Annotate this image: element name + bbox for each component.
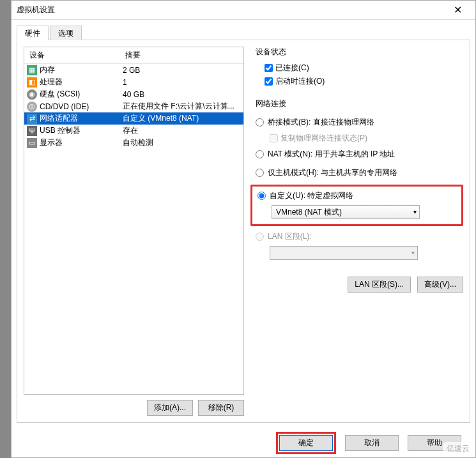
bridged-radio[interactable]: 桥接模式(B): 直接连接物理网络: [256, 117, 463, 128]
device-name: 硬盘 (SCSI): [40, 89, 123, 100]
memory-icon: ▦: [27, 65, 37, 75]
tabs: 硬件 选项: [17, 25, 470, 40]
device-name: 内存: [40, 65, 123, 75]
nat-radio[interactable]: NAT 模式(N): 用于共享主机的 IP 地址: [256, 149, 463, 160]
device-summary: 自定义 (VMnet8 (NAT): [123, 113, 241, 124]
watermark: 亿速云: [443, 442, 473, 455]
hdd-icon: ◉: [27, 89, 37, 100]
col-summary: 摘要: [120, 47, 243, 63]
device-buttons: 添加(A)... 移除(R): [24, 400, 244, 416]
device-row-cpu[interactable]: ◧ 处理器 1: [24, 76, 243, 88]
vm-settings-window: 虚拟机设置 ✕ 硬件 选项 设备 摘要 ▦ 内存 2 GB: [11, 0, 476, 458]
add-button[interactable]: 添加(A)...: [147, 400, 193, 416]
device-summary: 1: [123, 78, 241, 87]
window-title: 虚拟机设置: [17, 4, 445, 15]
custom-highlight: 自定义(U): 特定虚拟网络 VMnet8 (NAT 模式) ▾: [250, 185, 463, 226]
device-name: 网络适配器: [40, 113, 123, 124]
remove-button[interactable]: 移除(R): [198, 400, 244, 416]
chevron-down-icon: ▾: [411, 249, 415, 256]
titlebar: 虚拟机设置 ✕: [12, 1, 475, 20]
device-row-memory[interactable]: ▦ 内存 2 GB: [24, 64, 243, 76]
lan-input: [256, 233, 264, 241]
lan-dropdown: ▾: [270, 246, 418, 260]
device-summary: 2 GB: [123, 66, 241, 75]
status-title: 设备状态: [256, 47, 463, 57]
hostonly-input[interactable]: [256, 169, 264, 177]
device-name: 处理器: [40, 77, 123, 88]
device-row-display[interactable]: ▭ 显示器 自动检测: [24, 137, 243, 149]
device-list-header: 设备 摘要: [24, 47, 243, 64]
advanced-button[interactable]: 高级(V)...: [417, 277, 463, 293]
device-column: 设备 摘要 ▦ 内存 2 GB ◧ 处理器 1 ◉: [24, 47, 244, 416]
dialog-footer: 确定 取消 帮助: [12, 428, 475, 457]
device-summary: 正在使用文件 F:\云计算\云计算...: [123, 101, 241, 112]
device-row-cd[interactable]: ◎ CD/DVD (IDE) 正在使用文件 F:\云计算\云计算...: [24, 100, 243, 112]
bridged-label: 桥接模式(B): 直接连接物理网络: [268, 117, 374, 128]
usb-icon: Ψ: [27, 126, 37, 136]
device-row-usb[interactable]: Ψ USB 控制器 存在: [24, 125, 243, 137]
cpu-icon: ◧: [27, 77, 37, 88]
custom-label: 自定义(U): 特定虚拟网络: [270, 190, 353, 201]
custom-input[interactable]: [257, 192, 266, 200]
device-name: USB 控制器: [40, 125, 123, 136]
tab-hardware[interactable]: 硬件: [17, 26, 49, 40]
network-icon: ⇄: [27, 114, 37, 124]
connect-on-checkbox[interactable]: 启动时连接(O): [265, 76, 463, 87]
cd-icon: ◎: [27, 102, 37, 112]
close-icon[interactable]: ✕: [445, 4, 470, 16]
custom-network-value: VMnet8 (NAT 模式): [276, 208, 342, 217]
tab-options[interactable]: 选项: [50, 26, 82, 40]
hardware-panel: 设备 摘要 ▦ 内存 2 GB ◧ 处理器 1 ◉: [17, 40, 470, 423]
connected-label: 已连接(C): [275, 63, 309, 73]
connect-on-input[interactable]: [265, 77, 273, 86]
device-name: CD/DVD (IDE): [40, 102, 123, 111]
lan-radio: LAN 区段(L):: [256, 231, 463, 242]
hostonly-label: 仅主机模式(H): 与主机共享的专用网络: [268, 167, 397, 178]
bridged-input[interactable]: [256, 118, 264, 126]
custom-radio[interactable]: 自定义(U): 特定虚拟网络: [257, 190, 456, 201]
device-summary: 存在: [123, 125, 241, 136]
net-title: 网络连接: [256, 98, 463, 109]
ok-button[interactable]: 确定: [279, 435, 333, 451]
device-name: 显示器: [40, 137, 123, 148]
lan-segments-button[interactable]: LAN 区段(S)...: [348, 277, 411, 293]
device-summary: 自动检测: [123, 137, 241, 148]
cancel-button[interactable]: 取消: [345, 435, 399, 451]
lan-label: LAN 区段(L):: [268, 231, 312, 242]
nat-label: NAT 模式(N): 用于共享主机的 IP 地址: [268, 149, 395, 160]
display-icon: ▭: [27, 138, 37, 148]
replicate-checkbox: 复制物理网络连接状态(P): [270, 133, 463, 144]
connected-checkbox[interactable]: 已连接(C): [265, 63, 463, 73]
nat-input[interactable]: [256, 150, 264, 158]
net-buttons: LAN 区段(S)... 高级(V)...: [256, 277, 463, 293]
chevron-down-icon: ▾: [413, 208, 417, 215]
ok-highlight: 确定: [276, 432, 336, 454]
hostonly-radio[interactable]: 仅主机模式(H): 与主机共享的专用网络: [256, 167, 463, 178]
settings-column: 设备状态 已连接(C) 启动时连接(O) 网络连接 桥接模式(B): 直接连接物…: [256, 47, 463, 416]
dialog-body: 硬件 选项 设备 摘要 ▦ 内存 2 GB ◧ 处理器: [12, 20, 475, 428]
device-list: 设备 摘要 ▦ 内存 2 GB ◧ 处理器 1 ◉: [24, 47, 244, 395]
connected-input[interactable]: [265, 64, 273, 72]
device-summary: 40 GB: [123, 90, 241, 99]
device-row-network[interactable]: ⇄ 网络适配器 自定义 (VMnet8 (NAT): [24, 112, 243, 125]
connect-on-label: 启动时连接(O): [275, 76, 325, 87]
col-device: 设备: [24, 47, 120, 63]
custom-network-dropdown[interactable]: VMnet8 (NAT 模式) ▾: [272, 205, 420, 219]
device-row-hdd[interactable]: ◉ 硬盘 (SCSI) 40 GB: [24, 88, 243, 100]
replicate-label: 复制物理网络连接状态(P): [280, 133, 367, 144]
replicate-input: [270, 134, 278, 142]
